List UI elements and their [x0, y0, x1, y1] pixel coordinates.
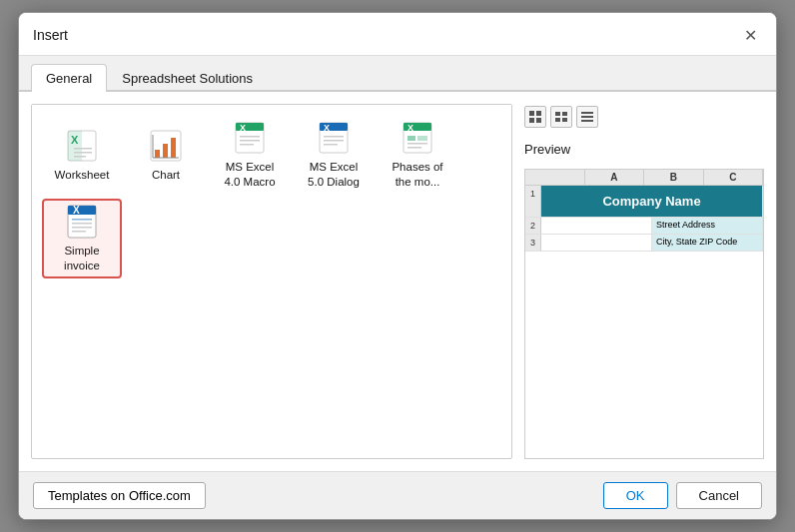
svg-rect-37: [72, 231, 86, 233]
icon-item-msexcel50[interactable]: X MS Excel 5.0 Dialog: [294, 115, 374, 195]
preview-label: Preview: [524, 142, 764, 157]
svg-rect-39: [536, 111, 541, 116]
svg-rect-23: [324, 144, 338, 146]
icon-item-phases[interactable]: X Phases of the mo...: [378, 115, 457, 195]
chart-icon: [148, 128, 184, 164]
svg-rect-48: [581, 120, 593, 122]
msexcel40-label: MS Excel 4.0 Macro: [224, 160, 275, 190]
icon-item-worksheet[interactable]: X Worksheet: [42, 115, 122, 195]
svg-rect-36: [72, 227, 92, 229]
svg-rect-28: [417, 136, 427, 141]
svg-text:X: X: [73, 205, 80, 216]
svg-rect-21: [324, 136, 344, 138]
street-address-cell: Street Address: [652, 218, 763, 234]
svg-rect-44: [555, 118, 560, 122]
svg-rect-41: [536, 118, 541, 123]
svg-text:X: X: [407, 123, 413, 133]
preview-row-3: 3 City, State ZIP Code: [525, 235, 763, 252]
svg-rect-7: [155, 150, 160, 158]
tab-general[interactable]: General: [31, 64, 107, 92]
svg-rect-47: [581, 116, 593, 118]
title-bar: Insert ✕: [19, 13, 776, 56]
svg-rect-16: [240, 140, 260, 142]
insert-dialog: Insert ✕ General Spreadsheet Solutions X: [18, 12, 777, 520]
svg-rect-38: [529, 111, 534, 116]
tabs-row: General Spreadsheet Solutions: [19, 56, 776, 92]
invoice-icon: X: [64, 204, 100, 240]
svg-rect-34: [72, 219, 92, 221]
dialog-footer: Templates on Office.com OK Cancel: [19, 471, 776, 519]
dialog-title: Insert: [33, 27, 68, 43]
col-header-c: C: [704, 170, 764, 185]
svg-rect-3: [74, 148, 92, 150]
icon-grid: X Worksheet: [42, 115, 501, 278]
dialog-body: X Worksheet: [19, 92, 776, 471]
svg-text:X: X: [240, 123, 246, 133]
svg-rect-40: [529, 118, 534, 123]
svg-rect-35: [72, 223, 92, 225]
svg-rect-9: [171, 138, 176, 158]
tab-spreadsheet-solutions[interactable]: Spreadsheet Solutions: [107, 64, 268, 92]
company-name-cell: Company Name: [541, 186, 763, 217]
cancel-button[interactable]: Cancel: [676, 482, 762, 509]
svg-rect-22: [324, 140, 344, 142]
col-header-a: A: [585, 170, 645, 185]
details-view-button[interactable]: [576, 106, 598, 128]
svg-rect-27: [407, 136, 415, 141]
view-icons-row: [524, 104, 764, 130]
list-view-button[interactable]: [550, 106, 572, 128]
large-icons-button[interactable]: [524, 106, 546, 128]
preview-row-2: 2 Street Address: [525, 218, 763, 235]
msexcel50-label: MS Excel 5.0 Dialog: [308, 160, 360, 190]
svg-rect-42: [555, 112, 560, 116]
svg-rect-15: [240, 136, 260, 138]
svg-rect-5: [74, 156, 86, 158]
icon-item-chart[interactable]: Chart: [126, 115, 206, 195]
svg-rect-8: [163, 144, 168, 158]
right-panel: Preview A B C 1 Company Nam: [524, 104, 764, 459]
phases-icon: X: [399, 120, 435, 156]
invoice-label: Simple invoice: [64, 244, 100, 273]
svg-rect-46: [581, 112, 593, 114]
svg-text:X: X: [71, 134, 79, 146]
chart-label: Chart: [152, 168, 180, 183]
icon-item-msexcel40[interactable]: X MS Excel 4.0 Macro: [210, 115, 290, 195]
col-header-b: B: [644, 170, 704, 185]
left-panel: X Worksheet: [31, 104, 512, 459]
ok-button[interactable]: OK: [603, 482, 668, 509]
msexcel50-icon: X: [316, 120, 352, 156]
preview-row-1: 1 Company Name: [525, 186, 763, 218]
svg-rect-43: [562, 112, 567, 116]
row-num-3: 3: [525, 235, 541, 251]
svg-rect-17: [240, 144, 254, 146]
worksheet-icon: X: [64, 128, 100, 164]
icon-item-invoice[interactable]: X Simple invoice: [42, 199, 122, 278]
svg-rect-29: [407, 143, 427, 145]
row3-cell-a: [541, 235, 652, 251]
row2-cell-a: [541, 218, 652, 234]
footer-right: OK Cancel: [603, 482, 762, 509]
preview-area: A B C 1 Company Name 2 Stre: [524, 169, 764, 459]
city-state-cell: City, State ZIP Code: [652, 235, 763, 251]
row-num-1: 1: [525, 186, 541, 217]
templates-button[interactable]: Templates on Office.com: [33, 482, 206, 509]
close-button[interactable]: ✕: [738, 23, 762, 47]
svg-rect-30: [407, 147, 421, 149]
msexcel40-icon: X: [232, 120, 268, 156]
worksheet-label: Worksheet: [55, 168, 110, 183]
svg-rect-4: [74, 152, 92, 154]
phases-label: Phases of the mo...: [392, 160, 442, 190]
svg-text:X: X: [324, 123, 330, 133]
row-num-2: 2: [525, 218, 541, 234]
svg-rect-45: [562, 118, 567, 122]
